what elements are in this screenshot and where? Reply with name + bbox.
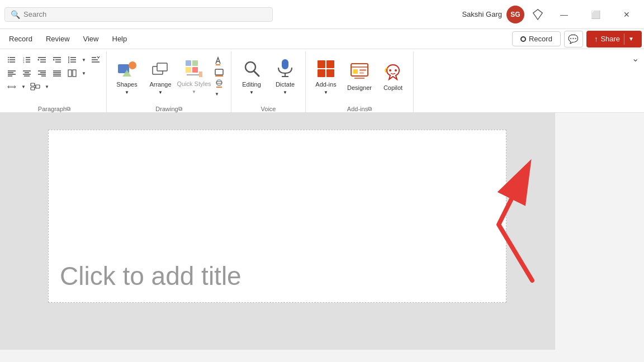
dictate-dropdown-arrow: ▼ <box>283 90 287 95</box>
paragraph-group: 1.2.3. ▼ <box>2 51 107 112</box>
voice-group-label-row: Voice <box>231 106 305 112</box>
addins-expand-button[interactable]: ⧉ <box>368 106 372 112</box>
svg-point-63 <box>216 82 222 84</box>
align-left-button[interactable] <box>4 67 19 79</box>
columns-button[interactable] <box>65 67 79 79</box>
shapes-button[interactable]: Shapes ▼ <box>111 54 143 99</box>
svg-rect-51 <box>157 63 167 71</box>
columns-dropdown[interactable]: ▼ <box>80 67 88 79</box>
copilot-button[interactable]: Copilot <box>377 54 409 99</box>
drawing-group-label-row: Drawing ⧉ <box>107 106 231 112</box>
comment-button[interactable]: 💬 <box>564 31 583 47</box>
svg-rect-60 <box>215 69 223 75</box>
text-direction-button[interactable]: ⟺ <box>4 80 19 93</box>
main-area: Click to add title <box>0 113 644 350</box>
slide-canvas[interactable]: Click to add title <box>48 130 506 303</box>
record-button[interactable]: Record <box>512 31 561 46</box>
bullet-list-button[interactable] <box>4 54 19 66</box>
share-divider <box>624 34 624 45</box>
menu-item-help[interactable]: Help <box>106 31 134 46</box>
align-right-button[interactable] <box>35 67 49 79</box>
arrange-label: Arrange <box>149 81 171 88</box>
addins-group-label-row: Add-ins ⧉ <box>306 106 413 112</box>
paragraph-group-label: Paragraph <box>38 106 67 112</box>
share-button[interactable]: ↑ Share ▼ <box>586 31 642 47</box>
addins-button[interactable]: Add-ins ▼ <box>310 54 342 99</box>
line-spacing-button[interactable] <box>65 54 79 66</box>
quick-styles-dropdown-arrow: ▼ <box>192 89 196 94</box>
menu-item-view[interactable]: View <box>77 31 106 46</box>
editing-label: Editing <box>242 81 261 88</box>
minimize-button[interactable]: — <box>551 6 577 23</box>
menu-bar-right: Record 💬 ↑ Share ▼ <box>512 31 642 47</box>
menu-bar: Record Review View Help Record 💬 ↑ Share… <box>0 29 644 49</box>
svg-point-3 <box>8 57 9 58</box>
ink-effects-button[interactable] <box>212 78 226 88</box>
shapes-dropdown-arrow: ▼ <box>125 90 129 95</box>
arrange-button[interactable]: Arrange ▼ <box>145 54 176 99</box>
quick-styles-label: Quick Styles <box>177 80 211 87</box>
addins-icon <box>316 59 336 79</box>
sort-button[interactable] <box>88 54 103 66</box>
svg-rect-41 <box>73 70 76 77</box>
increase-indent-button[interactable] <box>50 54 64 66</box>
para-row-2: ▼ <box>4 67 103 79</box>
svg-rect-57 <box>199 72 202 77</box>
justify-button[interactable] <box>50 67 64 79</box>
menu-item-review[interactable]: Review <box>39 31 77 46</box>
right-panel <box>555 113 644 350</box>
close-button[interactable]: ✕ <box>614 6 640 23</box>
paragraph-expand-button[interactable]: ⧉ <box>67 106 70 112</box>
svg-rect-74 <box>359 72 364 74</box>
dictate-button[interactable]: Dictate ▼ <box>269 54 301 99</box>
shapes-label: Shapes <box>116 81 137 88</box>
arrange-dropdown-arrow: ▼ <box>158 90 163 95</box>
dictate-label: Dictate <box>276 81 295 88</box>
text-direction-dropdown[interactable]: ▼ <box>20 80 27 93</box>
svg-rect-55 <box>192 67 198 73</box>
share-label: Share <box>600 35 620 43</box>
voice-group: Editing ▼ Dictate ▼ Voice <box>231 51 306 112</box>
voice-group-label: Voice <box>261 106 276 112</box>
smart-art-dropdown[interactable]: ▼ <box>43 80 51 93</box>
addins-dropdown-arrow: ▼ <box>324 90 328 95</box>
para-row-3: ⟺ ▼ ▼ <box>4 80 103 93</box>
decrease-indent-button[interactable] <box>35 54 49 66</box>
slide-canvas-area[interactable]: Click to add title <box>0 113 555 350</box>
search-input[interactable] <box>23 10 267 18</box>
svg-rect-54 <box>186 67 191 73</box>
designer-button[interactable]: Designer <box>344 54 375 99</box>
copilot-icon <box>383 62 403 82</box>
addins-label: Add-ins <box>315 81 336 88</box>
svg-point-4 <box>8 59 9 60</box>
slide-placeholder-text[interactable]: Click to add title <box>60 261 242 291</box>
quick-styles-icon <box>184 59 203 78</box>
title-bar: 🔍 Sakshi Garg SG — ⬜ ✕ <box>0 0 644 29</box>
line-spacing-dropdown[interactable]: ▼ <box>80 54 88 66</box>
diamond-icon[interactable] <box>530 7 546 22</box>
avatar: SG <box>506 6 524 23</box>
search-box[interactable]: 🔍 <box>4 7 273 22</box>
ink-outline-button[interactable] <box>212 67 226 77</box>
drawing-group: Shapes ▼ Arrange ▼ <box>107 51 231 112</box>
ink-dropdown[interactable]: ▼ <box>212 89 222 98</box>
ribbon-collapse-button[interactable]: ⌄ <box>628 51 642 65</box>
addins-group-label: Add-ins <box>347 106 368 112</box>
ink-color-button[interactable] <box>212 56 226 66</box>
record-label: Record <box>529 35 552 43</box>
dictate-icon <box>275 59 295 79</box>
editing-button[interactable]: Editing ▼ <box>236 54 267 99</box>
record-dot-icon <box>520 36 526 42</box>
svg-rect-42 <box>31 83 35 86</box>
svg-point-5 <box>8 61 9 63</box>
paragraph-group-label-row: Paragraph ⧉ <box>2 106 106 112</box>
drawing-expand-button[interactable]: ⧉ <box>178 106 182 112</box>
maximize-button[interactable]: ⬜ <box>583 6 608 23</box>
search-icon: 🔍 <box>11 10 20 19</box>
menu-item-record[interactable]: Record <box>2 31 39 46</box>
quick-styles-button[interactable]: Quick Styles ▼ <box>178 54 210 99</box>
smart-art-button[interactable] <box>28 80 42 93</box>
svg-rect-72 <box>353 69 358 74</box>
align-center-button[interactable] <box>20 67 34 79</box>
numbered-list-button[interactable]: 1.2.3. <box>20 54 34 66</box>
